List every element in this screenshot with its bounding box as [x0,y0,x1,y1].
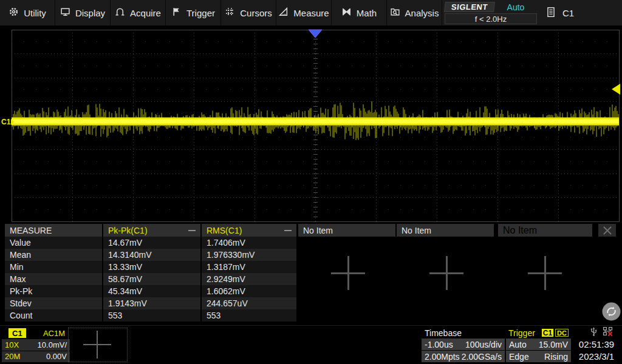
menu-math[interactable]: Math [332,0,387,25]
ruler-triangle-icon [278,7,289,19]
menu-analysis[interactable]: Analysis [387,0,442,25]
menu-math-label: Math [357,8,377,18]
trigger-level-marker[interactable] [612,84,620,95]
menu-acquire-label: Acquire [130,8,161,18]
trigger-mode: Auto [509,340,527,349]
memory-depth: 2.00Mpts [425,352,460,362]
trigger-type: Edge [509,352,529,362]
reset-statistics-button[interactable] [601,302,621,324]
trigger-frequency-readout: f < 2.0Hz [445,13,537,24]
acquisition-mode-indicator: Auto [496,2,536,12]
remove-measurement-icon[interactable] [284,230,292,231]
close-icon [602,226,613,235]
menu-acquire[interactable]: Acquire [111,0,166,25]
refresh-icon [601,302,621,322]
trigger-level-value: 15.0mV [539,340,568,349]
cursors-grid-icon [225,7,235,19]
waveform-display-area[interactable]: C1 [0,25,622,223]
menu-display-label: Display [75,8,105,18]
flag-icon [171,7,182,19]
add-measurement-button-2[interactable] [429,256,463,290]
table-row: Value 14.67mV 1.7406mV [5,237,621,249]
measure-col-empty-1[interactable]: No Item [298,224,395,237]
sample-rate: 2.00GSa/s [462,352,502,362]
channel-1-panel[interactable]: C1 AC1M 10X 10.0mV/ 20M 0.00V [2,328,70,362]
trigger-position-marker[interactable] [309,30,322,38]
measure-col-rms[interactable]: RMS(C1) [202,224,296,237]
trigger-coupling-badge: DC [555,329,569,337]
add-channel-button[interactable] [68,328,128,362]
bottom-bar-divider [0,325,622,326]
gear-icon [9,7,19,19]
measure-title: MEASURE [5,224,102,237]
menu-trigger-label: Trigger [186,8,215,18]
menu-display[interactable]: Display [55,0,111,25]
measure-col-pkpk[interactable]: Pk-Pk(C1) [103,224,200,237]
time-per-div: 100us/div [465,340,502,349]
channel-setup-label: C1 [562,8,574,18]
menu-utility-label: Utility [24,8,46,18]
channel-setup-button[interactable]: C1 [547,0,574,25]
analysis-folder-icon [390,7,400,19]
menu-utility[interactable]: Utility [0,0,55,25]
channel-1-badge[interactable]: C1 [9,328,26,338]
siglent-logo: SIGLENT [444,2,495,12]
clock-time: 02:51:39 [579,339,614,350]
trigger-title: Trigger [508,328,535,338]
channel-offset-marker[interactable]: C1 [1,118,15,126]
measure-col-empty-3[interactable]: No Item [498,224,592,237]
table-row: Stdev 1.9143mV 244.657uV [5,297,621,309]
menu-cursors[interactable]: Cursors [221,0,276,25]
remove-measurement-icon[interactable] [188,230,196,231]
status-clock-panel: 02:51:39 2023/3/1 [572,328,621,362]
brand-status-block: SIGLENT Auto f < 2.0Hz [442,0,537,25]
trigger-panel[interactable]: Trigger C1 DC Auto 15.0mV Edge Rising [506,328,571,362]
menu-cursors-label: Cursors [240,8,272,18]
menu-trigger[interactable]: Trigger [166,0,221,25]
timebase-title: Timebase [422,328,505,338]
add-measurement-button-3[interactable] [528,256,562,290]
lan-disconnected-icon [603,326,613,339]
menu-analysis-label: Analysis [405,8,439,18]
probe-attenuation: 10X [5,340,19,349]
acquire-icon [115,7,125,19]
channel-coupling: AC1M [43,329,70,338]
top-menu-bar: Utility Display Acquire Trigger Cursors … [0,0,622,25]
channel-offset-value: 0.00V [46,352,67,361]
measure-col-empty-2[interactable]: No Item [397,224,494,237]
bandwidth-limit: 20M [5,352,20,361]
table-row: Count 553 553 [5,309,621,322]
channel-offset-label: C1 [1,118,10,126]
channel-offset-arrow-icon [11,119,15,125]
volts-per-div: 10.0mV/ [38,340,67,349]
plus-icon [83,331,111,359]
usb-icon [589,326,599,339]
add-measurement-button-1[interactable] [331,256,365,290]
timebase-panel[interactable]: Timebase -1.00us 100us/div 2.00Mpts 2.00… [422,328,505,362]
trigger-slope: Rising [544,352,568,362]
math-bowtie-icon [341,7,352,19]
clock-date: 2023/3/1 [579,351,614,362]
display-icon [60,7,70,19]
trigger-delay: -1.00us [425,340,453,349]
menu-measure-label: Measure [293,8,329,18]
clipboard-icon [547,7,555,19]
close-measure-button[interactable] [598,224,616,237]
menu-measure[interactable]: Measure [276,0,332,25]
scope-markers [0,25,622,223]
trigger-source-badge: C1 [542,329,553,337]
